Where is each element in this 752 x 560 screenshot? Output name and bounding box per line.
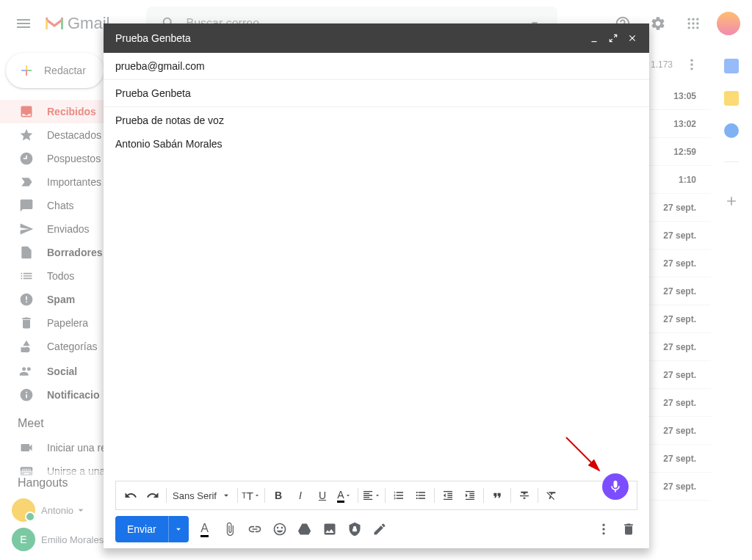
compose-body[interactable]: Prueba de notas de voz Antonio Sabán Mor… bbox=[104, 107, 649, 481]
apps-icon[interactable] bbox=[679, 9, 708, 38]
attach-file-icon[interactable] bbox=[221, 522, 239, 537]
send-button[interactable]: Enviar bbox=[115, 523, 168, 535]
send-icon bbox=[19, 222, 34, 236]
bold-button[interactable]: B bbox=[268, 485, 289, 506]
avatar: E bbox=[12, 528, 35, 551]
inbox-icon bbox=[19, 104, 34, 119]
bulleted-list-button[interactable] bbox=[411, 485, 431, 506]
tasks-icon[interactable] bbox=[724, 123, 739, 138]
strikethrough-button[interactable] bbox=[514, 485, 535, 506]
fullscreen-icon[interactable] bbox=[608, 33, 618, 43]
voice-input-button[interactable] bbox=[602, 473, 629, 500]
formatting-toolbar: Sans Serif TT B I U A bbox=[115, 481, 637, 510]
text-format-toggle[interactable]: A bbox=[196, 522, 214, 537]
calendar-icon[interactable] bbox=[724, 59, 739, 73]
quote-button[interactable] bbox=[487, 485, 507, 506]
confidential-mode-icon[interactable] bbox=[346, 522, 364, 537]
svg-point-4 bbox=[692, 22, 694, 24]
indent-less-button[interactable] bbox=[438, 485, 458, 506]
important-icon bbox=[19, 175, 34, 189]
svg-point-10 bbox=[690, 63, 693, 65]
text-color-button[interactable]: A bbox=[334, 485, 355, 506]
star-icon bbox=[19, 128, 34, 142]
compose-button[interactable]: Redactar bbox=[6, 53, 104, 88]
account-avatar[interactable] bbox=[717, 12, 740, 35]
font-select[interactable]: Sans Serif bbox=[170, 485, 234, 506]
svg-point-15 bbox=[602, 532, 604, 534]
clock-icon bbox=[19, 151, 34, 166]
compose-bottom-toolbar: Enviar A bbox=[104, 510, 649, 548]
insert-signature-icon[interactable] bbox=[371, 522, 388, 537]
insert-emoji-icon[interactable] bbox=[271, 522, 289, 537]
svg-point-9 bbox=[690, 59, 693, 62]
file-icon bbox=[19, 245, 34, 260]
gmail-logo[interactable]: Gmail bbox=[44, 14, 109, 33]
to-field[interactable]: prueba@gmail.com bbox=[104, 53, 649, 80]
compose-label: Redactar bbox=[44, 65, 86, 76]
send-options-button[interactable] bbox=[168, 516, 189, 542]
info-icon bbox=[19, 388, 34, 402]
trash-icon bbox=[19, 316, 34, 330]
underline-button[interactable]: U bbox=[312, 485, 333, 506]
more-options-icon[interactable] bbox=[595, 522, 612, 537]
svg-point-5 bbox=[696, 22, 698, 24]
indent-more-button[interactable] bbox=[460, 485, 480, 506]
numbered-list-button[interactable] bbox=[388, 485, 409, 506]
svg-point-7 bbox=[692, 26, 694, 29]
discard-draft-icon[interactable] bbox=[620, 522, 637, 537]
svg-point-13 bbox=[602, 524, 604, 526]
microphone-icon bbox=[608, 479, 623, 494]
chat-icon bbox=[19, 198, 34, 213]
svg-point-11 bbox=[690, 68, 693, 70]
keep-icon[interactable] bbox=[724, 91, 739, 106]
svg-point-0 bbox=[688, 18, 690, 21]
italic-button[interactable]: I bbox=[290, 485, 311, 506]
insert-photo-icon[interactable] bbox=[321, 522, 339, 537]
compose-window: Prueba Genbeta prueba@gmail.com Prueba G… bbox=[104, 23, 649, 548]
remove-formatting-button[interactable] bbox=[541, 485, 562, 506]
svg-point-3 bbox=[688, 22, 690, 24]
svg-point-2 bbox=[696, 18, 698, 21]
compose-header: Prueba Genbeta bbox=[104, 23, 649, 53]
svg-point-8 bbox=[696, 26, 698, 29]
font-size-button[interactable]: TT bbox=[241, 485, 261, 506]
svg-point-6 bbox=[688, 26, 690, 29]
minimize-icon[interactable] bbox=[589, 33, 599, 43]
plus-icon bbox=[18, 62, 35, 79]
more-icon[interactable] bbox=[684, 57, 699, 72]
svg-point-14 bbox=[602, 528, 604, 530]
add-icon[interactable] bbox=[724, 194, 739, 208]
categories-icon bbox=[19, 339, 34, 354]
video-icon bbox=[19, 440, 34, 455]
stack-icon bbox=[19, 269, 34, 283]
svg-point-1 bbox=[692, 18, 694, 21]
main-menu-button[interactable] bbox=[6, 6, 41, 41]
redo-button[interactable] bbox=[142, 485, 163, 506]
undo-button[interactable] bbox=[120, 485, 141, 506]
insert-link-icon[interactable] bbox=[246, 522, 264, 537]
people-icon bbox=[19, 364, 34, 379]
align-button[interactable] bbox=[361, 485, 382, 506]
spam-icon bbox=[19, 292, 34, 307]
close-icon[interactable] bbox=[627, 33, 637, 43]
side-panel bbox=[711, 47, 752, 560]
subject-field[interactable]: Prueba Genbeta bbox=[104, 80, 649, 107]
compose-title: Prueba Genbeta bbox=[115, 32, 191, 44]
avatar bbox=[12, 498, 35, 522]
send-button-group: Enviar bbox=[115, 516, 189, 542]
insert-drive-icon[interactable] bbox=[296, 522, 314, 537]
